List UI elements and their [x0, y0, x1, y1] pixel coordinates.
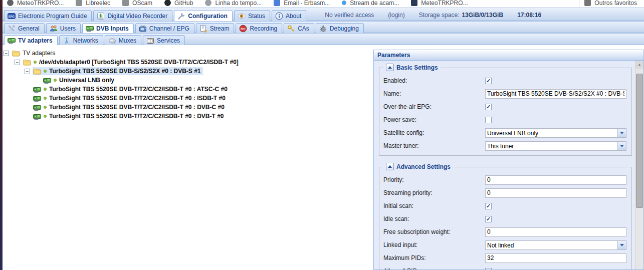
- bookmark-item[interactable]: Libreelec: [76, 0, 110, 7]
- scrollbar-thumb[interactable]: [636, 74, 643, 208]
- free-sub-weight-input[interactable]: [485, 227, 626, 237]
- status-dot-icon: [44, 97, 47, 100]
- selected-value: This tuner: [486, 142, 617, 150]
- advanced-settings-fieldset: Advanced Settings Priority: Streaming pr…: [379, 167, 632, 269]
- tab-label: Stream: [210, 25, 230, 32]
- tree-row-universal-lnb[interactable]: Universal LNB only: [4, 76, 241, 85]
- ota-epg-checkbox[interactable]: ✓: [485, 104, 492, 110]
- tab-tv-adapters[interactable]: TV adapters: [4, 35, 58, 45]
- collapse-toggle-icon[interactable]: −: [25, 69, 30, 74]
- bookmark-item[interactable]: Stream de acam...: [342, 0, 399, 7]
- field-label: Priority:: [383, 176, 485, 183]
- status-dot-icon: [34, 61, 37, 64]
- name-input[interactable]: [485, 89, 626, 99]
- bookmark-item[interactable]: Email - Erbasm...: [274, 0, 330, 7]
- tab-debugging[interactable]: Debugging: [316, 23, 364, 33]
- bookmark-item[interactable]: MeteoTRKPRO...: [7, 0, 64, 7]
- tools-icon: [8, 25, 16, 33]
- dropdown-arrow-icon[interactable]: [617, 241, 626, 249]
- idle-scan-checkbox[interactable]: ✓: [485, 216, 492, 222]
- tree-node-label: Universal LNB only: [59, 77, 114, 84]
- tuner-card-icon: [33, 104, 41, 111]
- tab-cas[interactable]: CAs: [284, 23, 314, 33]
- form-row-free-sub-weight: Free subscription weight:: [383, 225, 626, 238]
- bookmark-label: GitHub: [174, 0, 193, 7]
- field-label: Satellite config:: [383, 129, 485, 136]
- bookmark-item[interactable]: OScam: [122, 0, 152, 7]
- collapse-fieldset-button[interactable]: [386, 163, 394, 170]
- tab-configuration[interactable]: Configuration: [174, 10, 233, 21]
- tab-label: Digital Video Recorder: [107, 13, 167, 20]
- dropdown-arrow-icon[interactable]: [617, 129, 626, 137]
- allow-all-pids-checkbox[interactable]: ✓: [485, 268, 492, 270]
- svg-text:EPG: EPG: [9, 15, 15, 18]
- tree-row-adapter0[interactable]: − /dev/dvb/adapter0 [TurboSight TBS 5520…: [4, 58, 241, 67]
- tree-row-dvb-s[interactable]: − TurboSight TBS 5520SE DVB-S/S2/S2X #0 …: [4, 67, 241, 76]
- antenna-icon: [63, 37, 71, 45]
- fieldset-legend: Advanced Settings: [396, 163, 451, 170]
- status-dot-icon: [54, 79, 57, 82]
- main-tabbar: EPG Electronic Program Guide Digital Vid…: [3, 8, 644, 21]
- folder-icon: [23, 59, 31, 66]
- clock: 17:08:16: [517, 12, 541, 19]
- bookmark-item[interactable]: GitHub: [164, 0, 193, 7]
- selected-tree-node[interactable]: TurboSight TBS 5520SE DVB-S/S2/S2X #0 : …: [33, 67, 203, 75]
- parameters-panel-title: Parameters: [374, 50, 643, 61]
- collapse-fieldset-button[interactable]: [386, 64, 394, 71]
- enabled-checkbox[interactable]: ✓: [485, 78, 492, 84]
- tab-status[interactable]: Status: [234, 10, 270, 21]
- satellite-config-select[interactable]: Universal LNB only: [485, 128, 626, 138]
- tab-channel-epg[interactable]: Channel / EPG: [135, 23, 194, 33]
- tree-row-dvb-c[interactable]: TurboSight TBS 5520SE DVB-T/T2/C/C2/ISDB…: [4, 103, 241, 112]
- tab-muxes[interactable]: Muxes: [105, 35, 141, 45]
- tree-row-root[interactable]: − TV adapters: [4, 49, 241, 58]
- vertical-scrollbar[interactable]: ▲: [635, 61, 643, 269]
- collapse-toggle-icon[interactable]: −: [15, 60, 20, 65]
- tab-label: CAs: [298, 25, 309, 32]
- check-mark-icon: ✓: [486, 216, 491, 222]
- login-link[interactable]: (login): [388, 12, 404, 19]
- max-pids-input[interactable]: [485, 253, 626, 263]
- initial-scan-checkbox[interactable]: ✓: [485, 203, 492, 209]
- stream-icon: [199, 25, 207, 33]
- linked-input-select[interactable]: Not linked: [485, 240, 626, 250]
- tab-about[interactable]: About: [272, 10, 306, 21]
- storage-label: Storage space:: [419, 12, 460, 19]
- form-row-max-pids: Maximum PIDs:: [383, 251, 626, 264]
- tab-dvb-inputs[interactable]: DVB Inputs: [82, 23, 134, 33]
- tree-row-dvb-t[interactable]: TurboSight TBS 5520SE DVB-T/T2/C/C2/ISDB…: [4, 112, 241, 121]
- field-label: Allow all PIDs:: [383, 267, 485, 269]
- github-icon: [164, 0, 171, 6]
- form-row-name: Name:: [383, 87, 626, 100]
- dropdown-arrow-icon[interactable]: [617, 142, 626, 150]
- tab-electronic-program-guide[interactable]: EPG Electronic Program Guide: [4, 10, 92, 21]
- tab-services[interactable]: Services: [143, 35, 185, 45]
- streaming-priority-input[interactable]: [485, 188, 626, 198]
- tab-stream[interactable]: Stream: [196, 23, 235, 33]
- master-tuner-select[interactable]: This tuner: [485, 141, 626, 151]
- power-save-checkbox[interactable]: [485, 117, 492, 123]
- dvr-icon: [97, 12, 105, 20]
- other-bookmarks-button[interactable]: Outros favoritos: [584, 0, 637, 7]
- tree-row-atsc-c[interactable]: TurboSight TBS 5520SE DVB-T/T2/C/C2/ISDB…: [4, 85, 241, 94]
- tab-recording[interactable]: REC Recording: [236, 23, 282, 33]
- tab-users[interactable]: Users: [46, 23, 81, 33]
- bookmarks-strip: MeteoTRKPRO... Libreelec OScam GitHub Li…: [7, 0, 644, 8]
- tab-digital-video-recorder[interactable]: Digital Video Recorder: [93, 10, 172, 21]
- tree-node-label: TV adapters: [23, 50, 55, 57]
- tab-general[interactable]: General: [4, 23, 45, 33]
- bookmark-item[interactable]: Linha do tempo...: [205, 0, 262, 7]
- wrench-icon: [177, 12, 185, 20]
- bookmark-item[interactable]: MeteoTRKPRO...: [411, 0, 468, 7]
- tab-label: Configuration: [188, 13, 228, 20]
- form-row-power-save: Power save:: [383, 113, 626, 126]
- scroll-up-arrow-icon[interactable]: ▲: [635, 61, 643, 69]
- tab-networks[interactable]: Networks: [59, 35, 103, 45]
- bookmark-label: Linha do tempo...: [215, 0, 262, 7]
- collapse-toggle-icon[interactable]: −: [4, 51, 9, 56]
- tree-node-label: TurboSight TBS 5520SE DVB-T/T2/C/C2/ISDB…: [49, 113, 224, 120]
- field-label: Power save:: [383, 116, 485, 123]
- tree-row-isdb-t[interactable]: TurboSight TBS 5520SE DVB-T/T2/C/C2/ISDB…: [4, 94, 241, 103]
- priority-input[interactable]: [485, 175, 626, 185]
- svg-text:REC: REC: [241, 28, 246, 30]
